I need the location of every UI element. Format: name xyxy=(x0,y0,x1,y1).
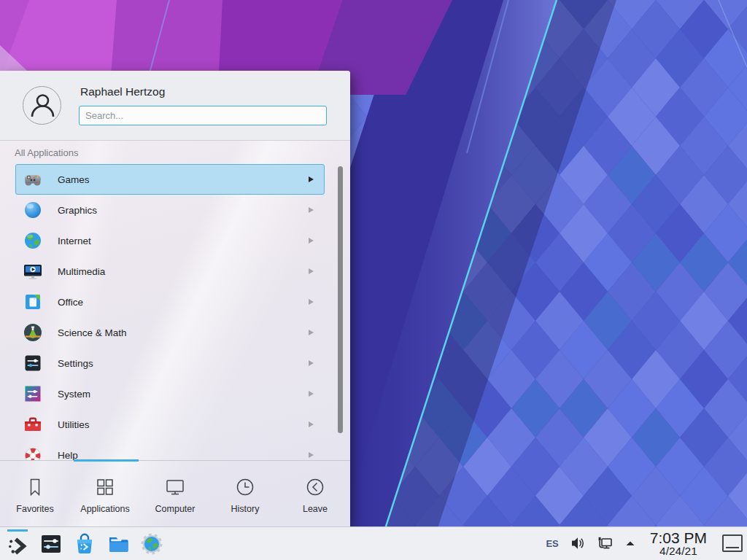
panel-app-icons xyxy=(6,529,163,558)
application-launcher-button[interactable] xyxy=(6,534,29,558)
category-label: Office xyxy=(58,297,83,308)
user-avatar xyxy=(23,86,61,125)
sliders-icon xyxy=(23,354,42,373)
toolbox-icon xyxy=(23,415,42,434)
launcher-tab-bar: Favorites Applications xyxy=(0,460,350,526)
system-tray: ES 7:03 PM 4/24/21 xyxy=(546,530,743,557)
submenu-arrow-icon xyxy=(309,176,314,182)
category-graphics[interactable]: Graphics xyxy=(15,195,325,225)
tab-label: Leave xyxy=(303,504,328,514)
tab-label: History xyxy=(231,504,260,514)
active-task-indicator xyxy=(7,529,28,532)
desktop: Raphael Hertzog All Applications xyxy=(0,0,747,560)
folder-icon xyxy=(107,532,130,556)
category-games[interactable]: Games xyxy=(15,164,325,195)
category-label: System xyxy=(58,389,90,400)
category-system[interactable]: System xyxy=(15,378,325,409)
submenu-arrow-icon xyxy=(309,452,314,458)
keyboard-layout-indicator[interactable]: ES xyxy=(546,538,558,549)
digital-clock[interactable]: 7:03 PM 4/24/21 xyxy=(650,530,707,557)
category-label: Science & Math xyxy=(58,327,127,338)
globe-icon xyxy=(23,231,42,250)
application-launcher-menu: Raphael Hertzog All Applications xyxy=(0,71,350,526)
submenu-arrow-icon xyxy=(309,238,314,244)
settings-dark-icon xyxy=(39,532,63,556)
category-label: Internet xyxy=(58,236,91,246)
discover-button[interactable] xyxy=(73,532,96,556)
submenu-arrow-icon xyxy=(309,299,314,305)
search-input[interactable] xyxy=(79,106,327,125)
clock-icon xyxy=(234,476,256,498)
category-office[interactable]: Office xyxy=(15,287,325,317)
bookmark-icon xyxy=(24,476,46,498)
flask-icon xyxy=(23,323,42,342)
system-settings-button[interactable] xyxy=(39,532,63,556)
tab-favorites[interactable]: Favorites xyxy=(0,461,70,526)
volume-icon[interactable] xyxy=(570,535,586,551)
category-science-math[interactable]: Science & Math xyxy=(15,317,325,348)
tab-applications[interactable]: Applications xyxy=(70,461,140,526)
clock-time: 7:03 PM xyxy=(650,530,707,545)
leave-icon xyxy=(304,476,326,498)
system-sliders-icon xyxy=(23,384,42,403)
gamepad-icon xyxy=(23,170,42,189)
active-tab-indicator xyxy=(74,459,139,462)
clock-date: 4/24/21 xyxy=(650,545,707,557)
globe-gear-icon xyxy=(140,532,163,556)
submenu-arrow-icon xyxy=(309,391,314,397)
category-label: Multimedia xyxy=(58,266,105,277)
submenu-arrow-icon xyxy=(309,207,314,213)
submenu-arrow-icon xyxy=(309,421,314,427)
sphere-icon xyxy=(23,201,42,219)
tab-label: Applications xyxy=(80,504,129,514)
category-utilities[interactable]: Utilities xyxy=(15,409,325,440)
category-label: Help xyxy=(58,450,78,461)
document-icon xyxy=(23,292,42,311)
tab-leave[interactable]: Leave xyxy=(280,461,350,526)
category-label: Utilities xyxy=(58,419,90,430)
category-label: Settings xyxy=(58,358,93,369)
taskbar-panel: ES 7:03 PM 4/24/21 xyxy=(0,526,747,560)
category-list: Games Graphics xyxy=(0,164,350,460)
grid-icon xyxy=(94,476,116,498)
caret-up-icon[interactable] xyxy=(624,537,636,549)
section-label: All Applications xyxy=(15,147,350,158)
tab-label: Computer xyxy=(155,504,196,514)
tab-computer[interactable]: Computer xyxy=(140,461,210,526)
kde-launcher-icon xyxy=(6,534,29,558)
applications-panel: All Applications Games xyxy=(0,141,350,460)
tab-label: Favorites xyxy=(16,504,53,514)
submenu-arrow-icon xyxy=(309,360,314,366)
category-label: Graphics xyxy=(58,205,97,216)
tab-history[interactable]: History xyxy=(210,461,280,526)
network-icon[interactable] xyxy=(597,535,614,551)
media-monitor-icon xyxy=(23,262,42,281)
lifebuoy-icon xyxy=(23,446,42,460)
show-desktop-button[interactable] xyxy=(722,534,743,552)
submenu-arrow-icon xyxy=(309,268,314,274)
launcher-header: Raphael Hertzog xyxy=(0,71,350,141)
discover-bag-icon xyxy=(73,532,96,556)
scrollbar[interactable] xyxy=(338,166,343,433)
category-help[interactable]: Help xyxy=(15,440,325,460)
web-browser-button[interactable] xyxy=(140,532,163,556)
user-icon xyxy=(23,87,62,125)
category-label: Games xyxy=(58,174,90,185)
category-internet[interactable]: Internet xyxy=(15,225,325,256)
category-settings[interactable]: Settings xyxy=(15,348,325,378)
file-manager-button[interactable] xyxy=(107,532,130,556)
category-multimedia[interactable]: Multimedia xyxy=(15,256,325,287)
monitor-icon xyxy=(164,476,186,498)
submenu-arrow-icon xyxy=(309,330,314,335)
user-name: Raphael Hertzog xyxy=(80,85,165,98)
